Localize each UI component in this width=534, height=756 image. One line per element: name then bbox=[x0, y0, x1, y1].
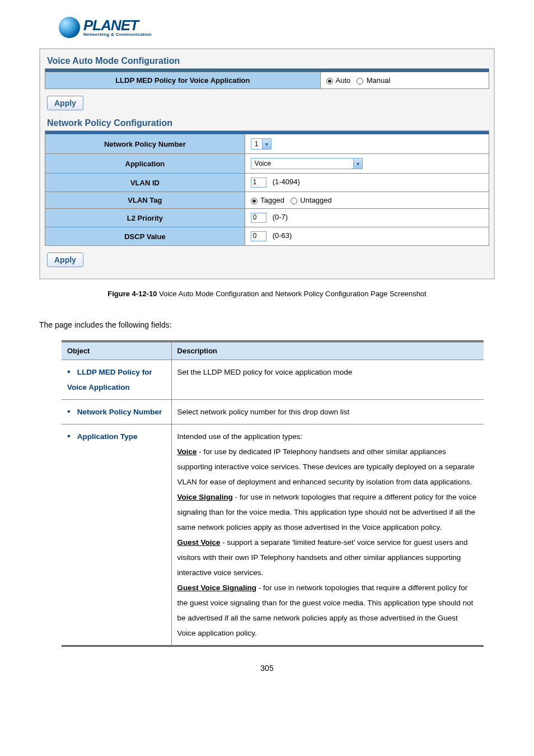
application-label: Application bbox=[45, 154, 245, 174]
lldp-policy-label: LLDP MED Policy for Voice Application bbox=[45, 72, 321, 89]
section-voice-auto-title: Voice Auto Mode Configuration bbox=[45, 53, 489, 68]
table-row: • Network Policy Number Select network p… bbox=[62, 400, 484, 424]
table-row: • LLDP MED Policy for Voice Application … bbox=[62, 360, 484, 400]
npn-select[interactable]: 1 ▾ bbox=[251, 138, 271, 150]
brand-tagline: Networking & Communication bbox=[83, 32, 152, 37]
dscp-label: DSCP Value bbox=[45, 227, 245, 246]
figure-caption: Figure 4-12-10 Voice Auto Mode Configura… bbox=[39, 290, 495, 298]
lldp-policy-value-cell: Auto Manual bbox=[320, 72, 489, 89]
vlanid-hint: (1-4094) bbox=[273, 178, 300, 186]
globe-icon bbox=[59, 17, 80, 38]
col-description: Description bbox=[171, 342, 484, 360]
radio-untagged[interactable] bbox=[291, 198, 297, 204]
brand-logo: PLANET Networking & Communication bbox=[59, 17, 495, 38]
application-select[interactable]: Voice ▾ bbox=[251, 158, 363, 169]
radio-manual[interactable] bbox=[357, 78, 363, 85]
l2priority-label: L2 Priority bbox=[45, 209, 245, 227]
apply-button-1[interactable]: Apply bbox=[47, 96, 83, 110]
dscp-input[interactable]: 0 bbox=[251, 231, 266, 241]
section-network-policy-title: Network Policy Configuration bbox=[45, 115, 489, 130]
page-number: 305 bbox=[39, 664, 495, 673]
radio-untagged-label: Untagged bbox=[300, 196, 331, 204]
table-row: • Application Type Intended use of the a… bbox=[62, 424, 484, 646]
voice-auto-table: LLDP MED Policy for Voice Application Au… bbox=[45, 68, 489, 89]
vlanid-label: VLAN ID bbox=[45, 174, 245, 192]
apply-button-2[interactable]: Apply bbox=[47, 253, 83, 267]
l2priority-hint: (0-7) bbox=[273, 213, 288, 221]
config-panel: Voice Auto Mode Configuration LLDP MED P… bbox=[39, 48, 495, 279]
l2priority-input[interactable]: 0 bbox=[251, 213, 266, 223]
vlanid-input[interactable]: 1 bbox=[251, 178, 266, 188]
dscp-hint: (0-63) bbox=[273, 231, 292, 240]
radio-manual-label: Manual bbox=[367, 76, 391, 85]
chevron-down-icon: ▾ bbox=[262, 139, 271, 149]
intro-text: The page includes the following fields: bbox=[39, 320, 495, 329]
radio-auto[interactable] bbox=[326, 78, 333, 85]
vlantag-label: VLAN Tag bbox=[45, 192, 245, 209]
radio-tagged-label: Tagged bbox=[260, 196, 284, 204]
radio-tagged[interactable] bbox=[251, 198, 257, 204]
chevron-down-icon: ▾ bbox=[353, 158, 362, 169]
network-policy-table: Network Policy Number 1 ▾ Application Vo… bbox=[45, 130, 489, 246]
brand-name: PLANET bbox=[83, 18, 152, 32]
description-table: Object Description • LLDP MED Policy for… bbox=[62, 340, 484, 647]
radio-auto-label: Auto bbox=[336, 76, 351, 85]
col-object: Object bbox=[62, 342, 171, 360]
npn-label: Network Policy Number bbox=[45, 134, 245, 154]
